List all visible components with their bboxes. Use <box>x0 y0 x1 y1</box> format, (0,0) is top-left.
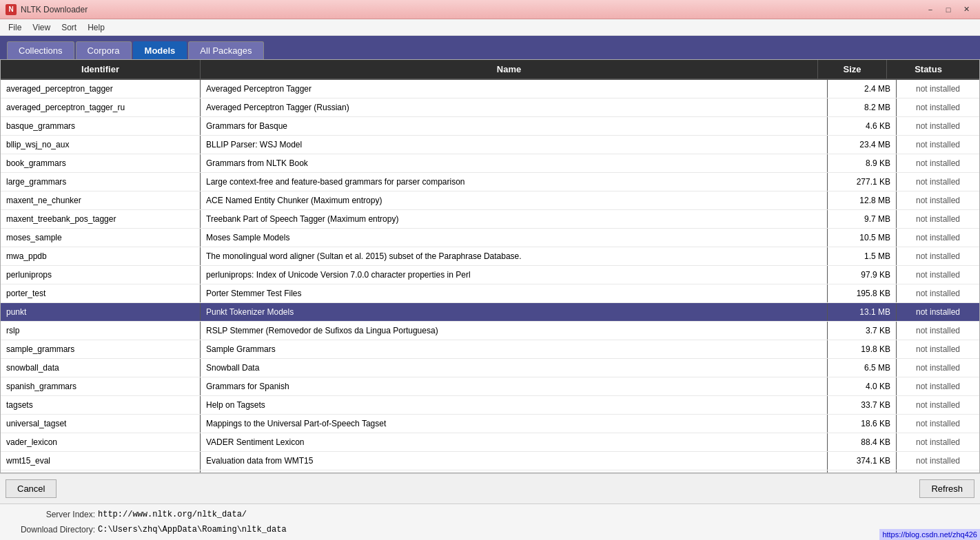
tab-collections[interactable]: Collections <box>7 41 74 59</box>
cell-status: not installed <box>897 98 979 116</box>
table-row[interactable]: bllip_wsj_no_auxBLLIP Parser: WSJ Model2… <box>1 136 979 154</box>
table-row[interactable]: sample_grammarsSample Grammars19.8 KBnot… <box>1 340 979 359</box>
table-row[interactable]: punktPunkt Tokenizer Models13.1 MBnot in… <box>1 303 979 322</box>
cell-name: Grammars for Basque <box>201 117 828 135</box>
cell-name: Grammars from NLTK Book <box>201 154 828 172</box>
table-row[interactable]: large_grammarsLarge context-free and fea… <box>1 173 979 191</box>
cell-size: 97.9 KB <box>828 266 897 284</box>
cell-identifier: rslp <box>1 322 201 340</box>
cell-name: RSLP Stemmer (Removedor de Sufixos da Li… <box>201 322 828 340</box>
watermark: https://blog.csdn.net/zhq426 <box>879 529 980 540</box>
header-name: Name <box>201 60 818 79</box>
cell-status: not installed <box>897 452 979 470</box>
cell-status: not installed <box>897 191 979 209</box>
server-index-label: Server Index: <box>6 510 95 519</box>
cell-size: 374.1 KB <box>828 452 897 470</box>
cell-status: not installed <box>897 470 979 473</box>
cell-size: 33.7 KB <box>828 396 897 414</box>
table-row[interactable]: averaged_perceptron_taggerAveraged Perce… <box>1 80 979 98</box>
cell-name: Evaluation data from WMT15 <box>201 452 828 470</box>
tab-models[interactable]: Models <box>133 41 187 59</box>
cell-status: not installed <box>897 396 979 414</box>
cell-identifier: large_grammars <box>1 173 201 191</box>
cell-name: Treebank Part of Speech Tagger (Maximum … <box>201 210 828 228</box>
cell-identifier: tagsets <box>1 396 201 414</box>
cell-identifier: vader_lexicon <box>1 433 201 451</box>
table-row[interactable]: averaged_perceptron_tagger_ruAveraged Pe… <box>1 98 979 117</box>
cell-size: 195.8 KB <box>828 284 897 302</box>
table-row[interactable]: wmt15_evalEvaluation data from WMT15374.… <box>1 452 979 470</box>
cell-status: not installed <box>897 229 979 247</box>
cell-name: perluniprops: Index of Unicode Version 7… <box>201 266 828 284</box>
tab-all-packages[interactable]: All Packages <box>188 41 263 59</box>
refresh-button[interactable]: Refresh <box>919 479 974 498</box>
cell-name: Porter Stemmer Test Files <box>201 284 828 302</box>
cell-size: 13.1 MB <box>828 303 897 321</box>
table-row[interactable]: moses_sampleMoses Sample Models10.5 MBno… <box>1 229 979 247</box>
cell-status: not installed <box>897 266 979 284</box>
tabs-bar: CollectionsCorporaModelsAll Packages <box>0 36 980 59</box>
cell-name: BLLIP Parser: WSJ Model <box>201 136 828 154</box>
table-row[interactable]: maxent_treebank_pos_taggerTreebank Part … <box>1 210 979 229</box>
cell-name: Snowball Data <box>201 359 828 377</box>
cell-size: 23.4 MB <box>828 136 897 154</box>
cell-size: 9.7 MB <box>828 210 897 228</box>
title-bar: N NLTK Downloader − □ ✕ <box>0 0 980 19</box>
table-row[interactable]: mwa_ppdbThe monolingual word aligner (Su… <box>1 247 979 266</box>
cell-size: 18.6 KB <box>828 415 897 433</box>
header-size: Size <box>818 60 887 79</box>
header-status: Status <box>887 60 970 79</box>
table-row[interactable]: snowball_dataSnowball Data6.5 MBnot inst… <box>1 359 979 377</box>
cell-size: 8.2 MB <box>828 98 897 116</box>
cell-status: not installed <box>897 117 979 135</box>
table-row[interactable]: spanish_grammarsGrammars for Spanish4.0 … <box>1 377 979 396</box>
cell-name: The monolingual word aligner (Sultan et … <box>201 247 828 265</box>
cell-status: not installed <box>897 154 979 172</box>
close-button[interactable]: ✕ <box>958 3 974 17</box>
cell-size: 1.5 MB <box>828 247 897 265</box>
cell-status: not installed <box>897 210 979 228</box>
table-row[interactable]: perlunipropsperluniprops: Index of Unico… <box>1 266 979 284</box>
cell-identifier: averaged_perceptron_tagger <box>1 80 201 98</box>
cell-status: not installed <box>897 284 979 302</box>
table-body[interactable]: averaged_perceptron_taggerAveraged Perce… <box>1 80 979 473</box>
menu-item-help[interactable]: Help <box>82 21 110 34</box>
download-dir-label: Download Directory: <box>6 525 95 534</box>
table-row[interactable]: universal_tagsetMappings to the Universa… <box>1 415 979 433</box>
cell-name: Mappings to the Universal Part-of-Speech… <box>201 415 828 433</box>
table-row[interactable]: book_grammarsGrammars from NLTK Book8.9 … <box>1 154 979 173</box>
window-controls: − □ ✕ <box>922 3 974 17</box>
cell-name: Punkt Tokenizer Models <box>201 303 828 321</box>
table-row[interactable]: vader_lexiconVADER Sentiment Lexicon88.4… <box>1 433 979 452</box>
cell-size: 6.5 MB <box>828 359 897 377</box>
cell-identifier: punkt <box>1 303 201 321</box>
cell-size: 8.9 KB <box>828 154 897 172</box>
download-dir-row: Download Directory: C:\Users\zhq\AppData… <box>6 522 974 537</box>
menu-item-view[interactable]: View <box>27 21 56 34</box>
cell-status: not installed <box>897 322 979 340</box>
menu-item-sort[interactable]: Sort <box>56 21 82 34</box>
table-row[interactable]: maxent_ne_chunkerACE Named Entity Chunke… <box>1 191 979 210</box>
cell-identifier: averaged_perceptron_tagger_ru <box>1 98 201 116</box>
cancel-button[interactable]: Cancel <box>6 479 57 498</box>
menu-item-file[interactable]: File <box>3 21 27 34</box>
maximize-button[interactable]: □ <box>940 3 957 17</box>
cell-identifier: mwa_ppdb <box>1 247 201 265</box>
cell-size: 4.6 KB <box>828 117 897 135</box>
cell-name: Averaged Perceptron Tagger <box>201 80 828 98</box>
table-row[interactable]: basque_grammarsGrammars for Basque4.6 KB… <box>1 117 979 136</box>
tab-corpora[interactable]: Corpora <box>76 41 132 59</box>
menu-bar: FileViewSortHelp <box>0 19 980 36</box>
table-row[interactable]: porter_testPorter Stemmer Test Files195.… <box>1 284 979 303</box>
table-row[interactable]: tagsetsHelp on Tagsets33.7 KBnot install… <box>1 396 979 415</box>
cell-identifier: perluniprops <box>1 266 201 284</box>
table-row[interactable]: word2vec_sampleWord2Vec Sample47.1 MBnot… <box>1 470 979 473</box>
server-index-row: Server Index: http://www.nltk.org/nltk_d… <box>6 507 974 522</box>
cell-status: not installed <box>897 173 979 191</box>
app-icon: N <box>6 4 17 15</box>
minimize-button[interactable]: − <box>922 3 939 17</box>
bottom-bar: Cancel Refresh <box>0 473 980 503</box>
cell-identifier: porter_test <box>1 284 201 302</box>
header-identifier: Identifier <box>1 60 201 79</box>
table-row[interactable]: rslpRSLP Stemmer (Removedor de Sufixos d… <box>1 322 979 340</box>
